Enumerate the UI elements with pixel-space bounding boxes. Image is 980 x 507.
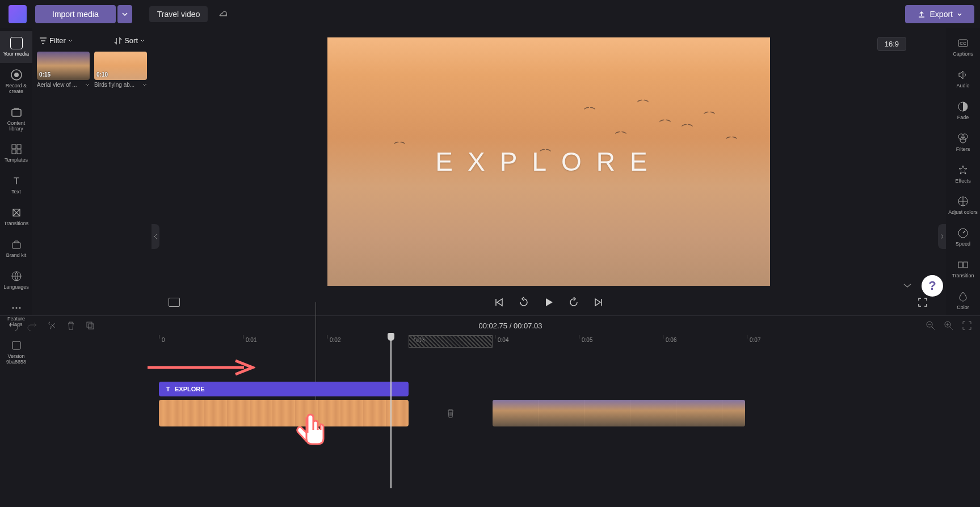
chevron-down-icon <box>122 12 128 16</box>
time-separator: / <box>507 322 514 330</box>
timeline-video-clip-birds[interactable] <box>159 400 409 426</box>
sidebar-label: Fade <box>957 115 969 121</box>
sidebar-label: Content library <box>1 121 31 132</box>
trash-icon[interactable] <box>446 408 455 419</box>
duplicate-button[interactable] <box>85 320 95 331</box>
brand-kit-icon <box>10 238 23 251</box>
sidebar-item-fade[interactable]: Fade <box>946 95 980 126</box>
timeline-gap[interactable] <box>409 400 493 426</box>
chevron-down-icon[interactable] <box>142 83 147 86</box>
filters-icon <box>957 132 969 145</box>
sidebar-item-color[interactable]: Color <box>946 285 980 316</box>
text-icon: T <box>10 175 23 187</box>
sidebar-item-effects[interactable]: Effects <box>946 158 980 190</box>
svg-rect-5 <box>12 150 16 154</box>
fit-zoom-button[interactable] <box>962 320 972 331</box>
svg-point-18 <box>962 134 968 140</box>
media-icon <box>10 37 23 49</box>
sidebar-item-filters[interactable]: Filters <box>946 126 980 158</box>
chevron-down-icon <box>957 13 962 16</box>
sidebar-item-templates[interactable]: Templates <box>0 137 32 169</box>
sidebar-label: Transitions <box>4 221 29 227</box>
collapse-properties-panel[interactable] <box>938 224 946 249</box>
media-clip-aerial[interactable]: 0:15 Aerial view of ... <box>37 52 90 88</box>
import-media-button[interactable]: Import media <box>35 5 116 23</box>
sidebar-label: Transition <box>952 273 974 279</box>
sidebar-label: Your media <box>3 52 29 57</box>
zoom-in-button[interactable] <box>944 320 954 331</box>
svg-point-11 <box>15 307 17 309</box>
sidebar-label: Languages <box>3 285 29 290</box>
sidebar-item-audio[interactable]: Audio <box>946 63 980 95</box>
app-logo[interactable] <box>9 5 27 23</box>
import-label: Import media <box>52 10 99 19</box>
video-preview-canvas[interactable]: EXPLORE <box>327 37 770 286</box>
svg-rect-23 <box>964 262 968 268</box>
globe-icon <box>10 270 23 282</box>
rewind-button[interactable] <box>518 296 530 309</box>
redo-button[interactable] <box>27 320 37 331</box>
chevron-right-icon <box>940 234 944 239</box>
timeline-text-clip[interactable]: T EXPLORE <box>159 382 409 396</box>
chevron-down-icon[interactable] <box>85 83 90 86</box>
filter-button[interactable]: Filter <box>39 36 73 45</box>
transitions-icon <box>10 206 23 219</box>
aspect-ratio-badge[interactable]: 16:9 <box>877 37 906 51</box>
sidebar-item-languages[interactable]: Languages <box>0 264 32 296</box>
timeline-ruler[interactable]: 0 0:01 0:02 0:03 0:04 0:05 0:06 0:07 <box>0 335 980 348</box>
play-button[interactable] <box>542 296 555 309</box>
help-button[interactable]: ? <box>922 275 943 297</box>
record-icon <box>10 69 23 81</box>
sidebar-item-transitions[interactable]: Transitions <box>0 201 32 233</box>
split-button[interactable] <box>47 320 57 331</box>
svg-point-19 <box>960 137 966 143</box>
forward-button[interactable] <box>567 296 580 309</box>
sidebar-item-speed[interactable]: Speed <box>946 221 980 253</box>
undo-button[interactable] <box>8 320 18 331</box>
gap-region <box>409 335 493 348</box>
svg-rect-25 <box>89 324 94 329</box>
ruler-mark: 0:01 <box>246 337 256 343</box>
timeline-section: 00:02.75 / 00:07.03 0 0:01 0:02 0:03 0:0… <box>0 315 980 507</box>
more-icon <box>10 302 23 314</box>
sidebar-label: Text <box>11 189 21 195</box>
chevron-down-icon <box>140 39 145 42</box>
sidebar-item-captions[interactable]: CC Captions <box>946 31 980 63</box>
sidebar-item-brand-kit[interactable]: Brand kit <box>0 233 32 264</box>
svg-text:T: T <box>166 386 170 392</box>
timeline-video-clip-aerial[interactable] <box>493 400 745 426</box>
speed-icon <box>957 227 969 239</box>
sync-cloud-icon[interactable] <box>218 9 228 19</box>
playhead[interactable] <box>390 335 392 488</box>
expand-panel-button[interactable] <box>902 281 915 293</box>
project-name-field[interactable]: Travel video <box>149 6 208 22</box>
svg-rect-4 <box>17 145 21 149</box>
import-dropdown[interactable] <box>117 5 132 23</box>
right-sidebar: CC Captions Audio Fade Filters Effects A… <box>946 28 980 315</box>
sidebar-label: Speed <box>956 242 970 247</box>
sidebar-item-adjust-colors[interactable]: Adjust colors <box>946 189 980 221</box>
skip-start-button[interactable] <box>493 296 505 309</box>
sidebar-item-transition[interactable]: Transition <box>946 253 980 285</box>
fullscreen-button[interactable] <box>916 296 929 309</box>
media-clip-birds[interactable]: 0:10 Birds flying ab... <box>94 52 147 88</box>
sort-button[interactable]: Sort <box>114 36 145 45</box>
filter-label: Filter <box>49 36 66 45</box>
ruler-mark: 0:06 <box>666 337 676 343</box>
sidebar-item-content-library[interactable]: Content library <box>0 100 32 138</box>
delete-button[interactable] <box>66 320 76 331</box>
templates-icon <box>10 143 23 155</box>
sidebar-item-text[interactable]: T Text <box>0 169 32 201</box>
text-clip-label: EXPLORE <box>175 386 205 392</box>
zoom-out-button[interactable] <box>926 320 936 331</box>
sidebar-item-record-create[interactable]: Record & create <box>0 63 32 100</box>
export-button[interactable]: Export <box>905 5 974 23</box>
sidebar-item-your-media[interactable]: Your media <box>0 31 32 63</box>
skip-end-button[interactable] <box>592 296 605 309</box>
chevron-down-icon <box>68 39 73 42</box>
present-mode-button[interactable] <box>169 298 180 307</box>
fade-icon <box>957 100 969 113</box>
ruler-mark: 0:05 <box>582 337 592 343</box>
timeline-tracks[interactable]: T EXPLORE <box>0 348 980 507</box>
svg-point-1 <box>14 73 19 77</box>
